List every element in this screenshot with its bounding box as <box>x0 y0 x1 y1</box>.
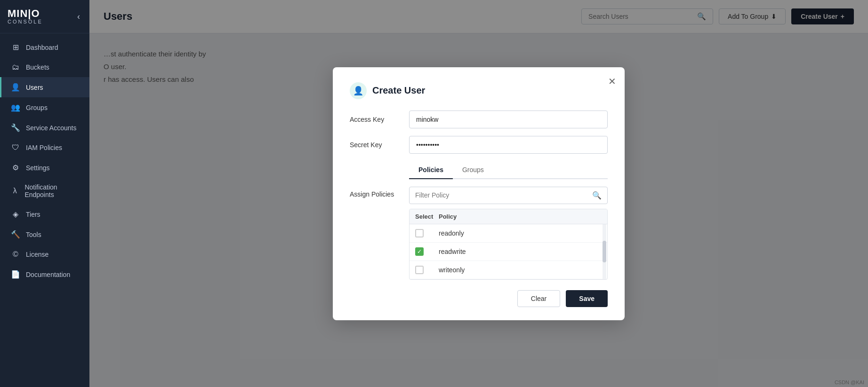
dialog-user-icon: 👤 <box>350 82 367 99</box>
sidebar: MIN|O CONSOLE ‹ ⊞ Dashboard 🗂 Buckets 👤 … <box>0 0 89 387</box>
main-content: Users 🔍 Add To Group ⬇ Create User + …st… <box>89 0 868 387</box>
clear-button[interactable]: Clear <box>517 290 560 307</box>
dialog-header: 👤 Create User <box>350 82 608 99</box>
assign-policies-row: Assign Policies 🔍 Select Policy <box>350 187 608 280</box>
sidebar-item-iam-policies[interactable]: 🛡 IAM Policies <box>0 138 89 158</box>
sidebar-item-label: Users <box>26 84 43 91</box>
policy-name-readwrite: readwrite <box>439 248 602 255</box>
sidebar-item-label: Dashboard <box>26 44 58 51</box>
service-accounts-icon: 🔧 <box>11 123 20 132</box>
sidebar-item-label: Service Accounts <box>26 124 76 132</box>
secret-key-row: Secret Key <box>350 136 608 154</box>
policy-table-header: Select Policy <box>410 209 607 224</box>
access-key-input[interactable] <box>409 111 608 128</box>
filter-search-icon: 🔍 <box>592 191 602 200</box>
sidebar-item-label: Settings <box>26 164 50 172</box>
sidebar-item-label: Groups <box>26 104 48 111</box>
policy-row-writeonly: writeonly <box>410 261 607 279</box>
policy-name-readonly: readonly <box>439 229 602 237</box>
checkbox-writeonly[interactable] <box>415 266 424 274</box>
policy-row-readonly: readonly <box>410 224 607 243</box>
policy-select-readwrite: ✓ <box>415 247 439 256</box>
policy-select-writeonly <box>415 266 439 274</box>
sidebar-item-tiers[interactable]: ◈ Tiers <box>0 204 89 224</box>
checkbox-readwrite[interactable]: ✓ <box>415 247 424 256</box>
dialog-title: Create User <box>372 85 425 96</box>
sidebar-item-documentation[interactable]: 📄 Documentation <box>0 264 89 284</box>
license-icon: © <box>11 250 20 259</box>
policy-table: Select Policy readonly <box>409 209 608 280</box>
col-select-header: Select <box>415 213 439 220</box>
sidebar-item-label: IAM Policies <box>26 144 62 151</box>
dashboard-icon: ⊞ <box>11 43 20 52</box>
create-user-dialog: ✕ 👤 Create User Access Key Secret Key Po… <box>333 67 625 320</box>
logo-sub: CONSOLE <box>8 19 43 24</box>
settings-icon: ⚙ <box>11 163 20 172</box>
users-icon: 👤 <box>11 83 20 92</box>
sidebar-header: MIN|O CONSOLE ‹ <box>0 0 89 33</box>
sidebar-item-settings[interactable]: ⚙ Settings <box>0 158 89 178</box>
dialog-tabs: Policies Groups <box>409 161 608 179</box>
iam-policies-icon: 🛡 <box>11 143 20 152</box>
checkbox-readonly[interactable] <box>415 229 424 237</box>
policy-select-readonly <box>415 229 439 237</box>
sidebar-item-label: Tools <box>26 231 41 238</box>
sidebar-item-label: Notification Endpoints <box>24 183 80 198</box>
modal-overlay: ✕ 👤 Create User Access Key Secret Key Po… <box>89 0 868 387</box>
policies-area: 🔍 Select Policy readonly <box>409 187 608 280</box>
tab-policies[interactable]: Policies <box>409 161 453 179</box>
tab-groups-label: Groups <box>462 166 484 174</box>
tab-groups[interactable]: Groups <box>453 161 493 179</box>
notification-endpoints-icon: λ <box>11 187 19 195</box>
filter-policy-box: 🔍 <box>409 187 608 204</box>
access-key-label: Access Key <box>350 116 402 123</box>
policy-list: readonly ✓ readwrite <box>410 224 607 279</box>
sidebar-item-label: Buckets <box>26 63 49 71</box>
secret-key-label: Secret Key <box>350 141 402 149</box>
sidebar-item-groups[interactable]: 👥 Groups <box>0 97 89 118</box>
buckets-icon: 🗂 <box>11 63 20 71</box>
sidebar-item-dashboard[interactable]: ⊞ Dashboard <box>0 37 89 57</box>
secret-key-input[interactable] <box>409 136 608 154</box>
sidebar-item-label: License <box>26 251 48 258</box>
dialog-footer: Clear Save <box>350 290 608 307</box>
sidebar-item-license[interactable]: © License <box>0 245 89 264</box>
save-button[interactable]: Save <box>566 290 608 307</box>
sidebar-item-service-accounts[interactable]: 🔧 Service Accounts <box>0 118 89 138</box>
tab-policies-label: Policies <box>418 166 443 174</box>
filter-policy-input[interactable] <box>415 191 588 199</box>
sidebar-item-tools[interactable]: 🔨 Tools <box>0 224 89 245</box>
sidebar-item-users[interactable]: 👤 Users <box>0 77 89 97</box>
sidebar-item-notification-endpoints[interactable]: λ Notification Endpoints <box>0 178 89 204</box>
policy-name-writeonly: writeonly <box>439 266 602 274</box>
policy-row-readwrite: ✓ readwrite <box>410 243 607 261</box>
sidebar-item-label: Documentation <box>26 271 70 278</box>
tools-icon: 🔨 <box>11 230 20 239</box>
logo: MIN|O CONSOLE <box>8 8 43 24</box>
scrollbar-thumb[interactable] <box>603 241 606 263</box>
scrollbar-track <box>603 224 606 279</box>
dialog-close-button[interactable]: ✕ <box>608 76 616 87</box>
logo-main: MIN|O <box>8 8 43 19</box>
sidebar-toggle-button[interactable]: ‹ <box>75 10 82 24</box>
tiers-icon: ◈ <box>11 210 20 219</box>
sidebar-item-buckets[interactable]: 🗂 Buckets <box>0 57 89 77</box>
col-policy-header: Policy <box>439 213 602 220</box>
sidebar-item-label: Tiers <box>26 211 40 218</box>
assign-policies-label: Assign Policies <box>350 187 402 198</box>
access-key-row: Access Key <box>350 111 608 128</box>
sidebar-nav: ⊞ Dashboard 🗂 Buckets 👤 Users 👥 Groups 🔧… <box>0 33 89 387</box>
groups-icon: 👥 <box>11 103 20 112</box>
documentation-icon: 📄 <box>11 270 20 279</box>
